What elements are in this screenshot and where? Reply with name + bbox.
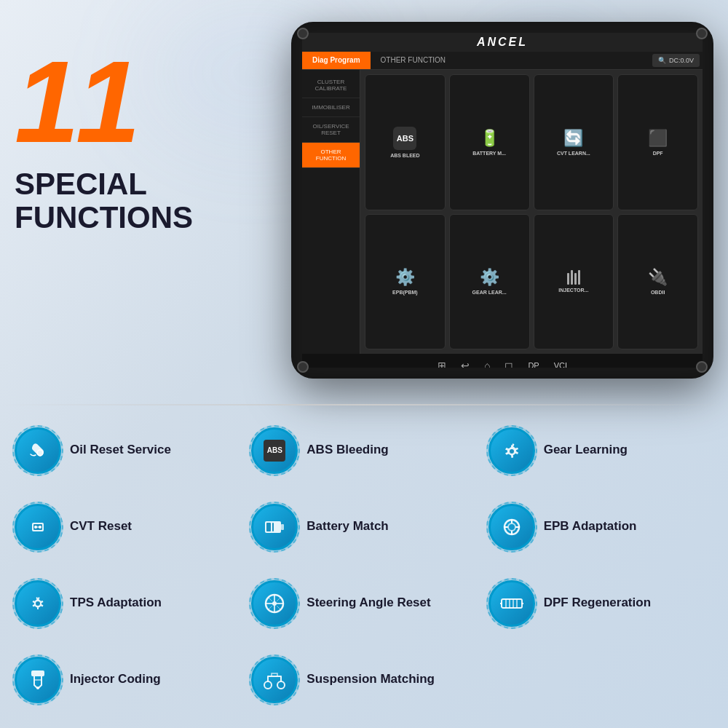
gear-learning-svg: [501, 440, 523, 462]
steering-svg: [264, 593, 285, 614]
battery-icon: 🔋: [480, 129, 499, 148]
grid-epb-label: EPB(PBM): [392, 290, 418, 295]
number-display: 11: [15, 44, 262, 160]
features-section: Oil Reset Service ABS ABS Bleeding Gear …: [15, 416, 713, 713]
feature-label-oil-reset: Oil Reset Service: [70, 443, 171, 457]
feature-icon-gear-learning: [488, 427, 535, 474]
svg-rect-20: [31, 670, 44, 676]
bottom-back-icon: ↩: [461, 360, 470, 368]
screen-nav: Diag Program OTHER FUNCTION 🔍 DC:0.0V: [302, 52, 703, 70]
svg-point-23: [264, 681, 272, 689]
features-grid: Oil Reset Service ABS ABS Bleeding Gear …: [15, 416, 713, 713]
svg-rect-9: [272, 523, 274, 531]
feature-icon-suspension-matching: [251, 657, 298, 703]
bottom-apps-icon: ⊞: [438, 360, 446, 368]
grid-abs-label: ABS BLEED: [390, 153, 419, 158]
grid-dpf-label: DPF: [653, 151, 663, 156]
obdii-icon: 🔌: [648, 268, 668, 287]
svg-point-5: [39, 526, 41, 529]
grid-cvt-label: CVT LEARN...: [557, 151, 590, 156]
feature-battery-match: Battery Match: [251, 493, 476, 561]
grid-battery-label: BATTERY M...: [472, 151, 506, 156]
feature-label-steering-angle-reset: Steering Angle Reset: [306, 596, 430, 610]
svg-point-4: [34, 526, 37, 529]
special-functions-text: SPECIAL FUNCTIONS: [15, 167, 262, 234]
feature-steering-angle-reset: Steering Angle Reset: [251, 569, 476, 637]
feature-icon-dpf-regeneration: [488, 580, 535, 627]
dp-vci-area: DP VCI: [528, 361, 567, 368]
top-section: 11 SPECIAL FUNCTIONS ANCEL Diag Program …: [0, 0, 728, 408]
grid-cvt[interactable]: 🔄 CVT LEARN...: [534, 74, 614, 210]
grid-abs-bleed[interactable]: ABS ABS BLEED: [365, 74, 446, 210]
feature-icon-steering-angle-reset: [251, 580, 298, 627]
grid-gear[interactable]: ⚙️ GEAR LEAR...: [449, 214, 530, 350]
sidebar-menu: CLUSTER CALIBRATE IMMOBILISER OIL/SERVIC…: [302, 70, 360, 354]
battery-match-svg: [264, 518, 285, 536]
feature-icon-epb-adaptation: [488, 504, 535, 550]
dpf-regen-svg: [500, 595, 523, 612]
grid-injector[interactable]: INJECTOR...: [534, 214, 614, 350]
svg-point-13: [266, 595, 283, 612]
feature-injector-coding: Injector Coding: [15, 646, 240, 713]
svg-point-12: [36, 601, 40, 606]
feature-cvt-reset: CVT Reset: [15, 493, 240, 561]
grid-obdii-label: OBDII: [651, 290, 665, 295]
bottom-home-icon: ⌂: [484, 360, 490, 368]
tablet-screen: ANCEL Diag Program OTHER FUNCTION 🔍 DC:0…: [302, 33, 703, 368]
feature-gear-learning: Gear Learning: [488, 416, 713, 484]
sidebar-other-function[interactable]: OTHER FUNCTION: [302, 143, 360, 168]
cvt-reset-svg: [26, 515, 50, 539]
bolt-bottom-left: [297, 361, 309, 373]
bolt-top-right: [696, 28, 708, 39]
dp-label: DP: [528, 361, 539, 368]
feature-abs-bleeding: ABS ABS Bleeding: [251, 416, 476, 484]
tab-other-function[interactable]: OTHER FUNCTION: [371, 52, 456, 69]
bolt-bottom-right: [696, 361, 708, 373]
tablet-container: ANCEL Diag Program OTHER FUNCTION 🔍 DC:0…: [291, 22, 713, 393]
screen-bottom-bar: ⊞ ↩ ⌂ ◻ DP VCI: [302, 354, 703, 368]
sidebar-oil-reset[interactable]: OIL/SERVICE RESET: [302, 117, 360, 143]
main-grid: ABS ABS BLEED 🔋 BATTERY M... 🔄 CVT LEARN…: [360, 70, 703, 354]
oil-reset-svg: [27, 440, 49, 462]
feature-icon-injector-coding: [15, 657, 61, 703]
feature-icon-oil-reset: [15, 427, 61, 474]
svg-point-22: [36, 687, 39, 689]
svg-rect-15: [502, 599, 522, 608]
feature-icon-abs-bleeding: ABS: [251, 427, 298, 474]
feature-icon-cvt-reset: [15, 504, 61, 550]
tablet-outer-frame: ANCEL Diag Program OTHER FUNCTION 🔍 DC:0…: [291, 22, 713, 379]
grid-dpf[interactable]: ⬛ DPF: [617, 74, 698, 210]
svg-point-0: [37, 450, 43, 456]
suspension-svg: [263, 670, 286, 689]
grid-obdii[interactable]: 🔌 OBDII: [617, 214, 698, 350]
grid-epb[interactable]: ⚙️ EPB(PBM): [365, 214, 446, 350]
grid-gear-label: GEAR LEAR...: [472, 290, 507, 295]
feature-label-abs-bleeding: ABS Bleeding: [306, 443, 388, 457]
feature-label-dpf-regeneration: DPF Regeneration: [544, 596, 651, 610]
screen-header: ANCEL: [302, 33, 703, 52]
svg-rect-8: [266, 523, 271, 531]
feature-label-tps-adaptation: TPS Adaptation: [70, 596, 162, 610]
svg-point-11: [508, 523, 515, 531]
bolt-top-left: [297, 28, 309, 39]
svg-point-10: [505, 520, 519, 534]
sidebar-cluster[interactable]: CLUSTER CALIBRATE: [302, 73, 360, 98]
feature-tps-adaptation: TPS Adaptation: [15, 569, 240, 637]
sidebar-immobiliser[interactable]: IMMOBILISER: [302, 98, 360, 117]
feature-oil-reset: Oil Reset Service: [15, 416, 240, 484]
bottom-recent-icon: ◻: [505, 360, 513, 368]
feature-suspension-matching: Suspension Matching: [251, 646, 476, 713]
feature-label-battery-match: Battery Match: [306, 519, 388, 534]
abs-text-icon: ABS: [264, 440, 285, 462]
feature-icon-battery-match: [251, 504, 298, 550]
tab-diag-program[interactable]: Diag Program: [302, 52, 371, 69]
feature-label-cvt-reset: CVT Reset: [70, 519, 132, 534]
injector-coding-svg: [28, 669, 48, 691]
feature-epb-adaptation: EPB Adaptation: [488, 493, 713, 561]
feature-label-suspension-matching: Suspension Matching: [306, 672, 435, 687]
feature-dpf-regeneration: DPF Regeneration: [488, 569, 713, 637]
grid-battery[interactable]: 🔋 BATTERY M...: [449, 74, 530, 210]
svg-rect-7: [281, 524, 284, 530]
epb-icon: ⚙️: [395, 268, 415, 287]
tps-adaptation-svg: [27, 593, 49, 614]
